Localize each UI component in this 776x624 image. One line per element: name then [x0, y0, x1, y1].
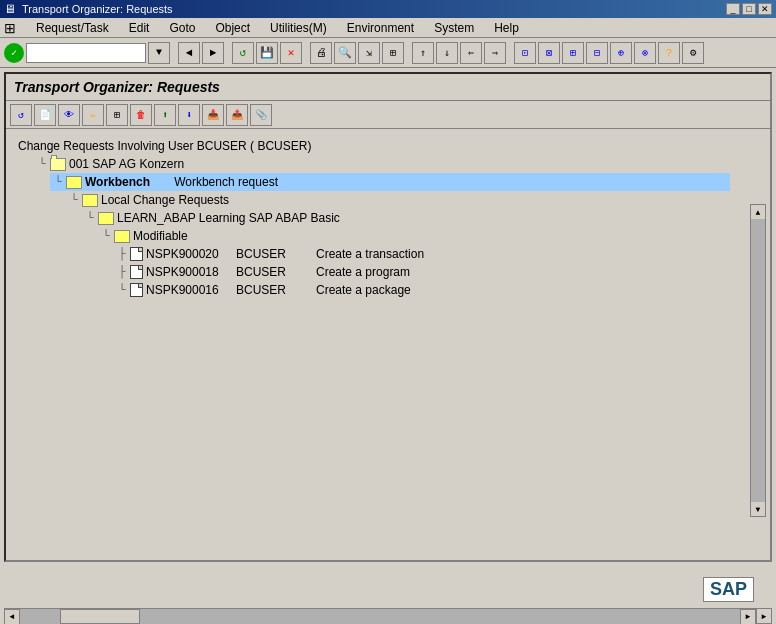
tree-node-workbench-desc: Workbench request — [174, 175, 278, 189]
sap-logo: SAP — [703, 577, 754, 602]
menu-bar: ⊞ Request/Task Edit Goto Object Utilitie… — [0, 18, 776, 38]
folder-open-icon-local — [82, 194, 98, 207]
horizontal-scrollbar: ◄ ► — [4, 608, 756, 624]
tree-node-modifiable[interactable]: └ Modifiable — [98, 227, 758, 245]
main-toolbar: ✓ ▼ ◄ ► ↺ 💾 ✕ 🖨 🔍 ⇲ ⊞ ⇑ ⇓ ⇐ — [0, 38, 776, 68]
command-input[interactable] — [26, 43, 146, 63]
menu-system[interactable]: System — [430, 19, 478, 37]
scroll-down-button[interactable]: ▼ — [751, 502, 765, 516]
sec-btn-attach[interactable]: 📎 — [250, 104, 272, 126]
doc-icon-3 — [130, 283, 143, 297]
page-left-button[interactable]: ⇐ — [460, 42, 482, 64]
menu-object[interactable]: Object — [211, 19, 254, 37]
tree-connector: └ — [34, 157, 50, 171]
find-next-button[interactable]: ⇲ — [358, 42, 380, 64]
page-right-button[interactable]: ⇒ — [484, 42, 506, 64]
page-up-button[interactable]: ⇑ — [412, 42, 434, 64]
next-screen-button[interactable]: ► — [202, 42, 224, 64]
content-panel: Transport Organizer: Requests ↺ 📄 👁 ✏ ⊞ … — [4, 72, 772, 562]
doc-icon-2 — [130, 265, 143, 279]
scroll-up-button[interactable]: ▲ — [751, 205, 765, 219]
tree-node-nspk900020[interactable]: ├ NSPK900020 BCUSER Create a transaction — [114, 245, 758, 263]
sec-btn-delete[interactable]: 🗑 — [130, 104, 152, 126]
scroll-right-button[interactable]: ► — [740, 609, 756, 625]
toolbar-btn-4[interactable]: ⊟ — [586, 42, 608, 64]
menu-utilities[interactable]: Utilities(M) — [266, 19, 331, 37]
refresh-button[interactable]: ↺ — [232, 42, 254, 64]
sec-btn-change[interactable]: ✏ — [82, 104, 104, 126]
tree-node-nspk900020-desc: Create a transaction — [316, 247, 424, 261]
sec-btn-task[interactable]: ⬇ — [178, 104, 200, 126]
tree-node-workbench-label: Workbench — [85, 175, 150, 189]
tree-node-local-label: Local Change Requests — [101, 193, 229, 207]
find-button[interactable]: 🔍 — [334, 42, 356, 64]
help-button[interactable]: ? — [658, 42, 680, 64]
sec-btn-expand[interactable]: ⊞ — [106, 104, 128, 126]
tree-node-001[interactable]: └ 001 SAP AG Konzern — [34, 155, 758, 173]
close-button[interactable]: ✕ — [758, 3, 772, 15]
vertical-scrollbar: ▲ ▼ — [750, 204, 766, 517]
tree-connector: ├ — [114, 265, 130, 279]
scroll-left-button[interactable]: ◄ — [4, 609, 20, 625]
folder-open-icon — [66, 176, 82, 189]
tree-node-nspk900020-user: BCUSER — [236, 247, 316, 261]
folder-open-icon-mod — [114, 230, 130, 243]
cancel-button[interactable]: ✕ — [280, 42, 302, 64]
menu-icon: ⊞ — [4, 20, 16, 36]
menu-goto[interactable]: Goto — [165, 19, 199, 37]
toolbar-btn-5[interactable]: ⊕ — [610, 42, 632, 64]
tree-node-label: 001 SAP AG Konzern — [69, 157, 184, 171]
sec-btn-import[interactable]: 📥 — [202, 104, 224, 126]
tree-root-label: Change Requests Involving User BCUSER ( … — [18, 137, 758, 155]
find-all-button[interactable]: ⊞ — [382, 42, 404, 64]
tree-node-modifiable-label: Modifiable — [133, 229, 188, 243]
h-scroll-thumb[interactable] — [60, 609, 140, 624]
folder-open-icon-learn — [98, 212, 114, 225]
panel-title: Transport Organizer: Requests — [6, 74, 770, 101]
tree-node-local[interactable]: └ Local Change Requests — [66, 191, 758, 209]
maximize-button[interactable]: □ — [742, 3, 756, 15]
window-icon: 🖥 — [4, 2, 16, 16]
save-button[interactable]: 💾 — [256, 42, 278, 64]
tree-node-nspk900018[interactable]: ├ NSPK900018 BCUSER Create a program — [114, 263, 758, 281]
minimize-button[interactable]: _ — [726, 3, 740, 15]
tree-node-workbench[interactable]: └ Workbench Workbench request — [50, 173, 730, 191]
title-bar-controls: _ □ ✕ — [726, 3, 772, 15]
sec-btn-export[interactable]: 📤 — [226, 104, 248, 126]
sec-btn-refresh[interactable]: ↺ — [10, 104, 32, 126]
tree-connector: └ — [82, 211, 98, 225]
customize-button[interactable]: ⚙ — [682, 42, 704, 64]
sec-btn-release[interactable]: ⬆ — [154, 104, 176, 126]
menu-help[interactable]: Help — [490, 19, 523, 37]
sec-btn-display[interactable]: 👁 — [58, 104, 80, 126]
scroll-track — [751, 219, 765, 502]
command-dropdown[interactable]: ▼ — [148, 42, 170, 64]
tree-node-nspk900016[interactable]: └ NSPK900016 BCUSER Create a package — [114, 281, 758, 299]
toolbar-btn-2[interactable]: ⊠ — [538, 42, 560, 64]
menu-request-task[interactable]: Request/Task — [32, 19, 113, 37]
toolbar-btn-6[interactable]: ⊗ — [634, 42, 656, 64]
tree-node-nspk900018-label: NSPK900018 — [146, 265, 236, 279]
tree-node-nspk900016-user: BCUSER — [236, 283, 316, 297]
menu-environment[interactable]: Environment — [343, 19, 418, 37]
page-down-button[interactable]: ⇓ — [436, 42, 458, 64]
tree-connector: └ — [98, 229, 114, 243]
prev-screen-button[interactable]: ◄ — [178, 42, 200, 64]
tree-node-nspk900018-user: BCUSER — [236, 265, 316, 279]
title-bar-text: Transport Organizer: Requests — [22, 3, 173, 15]
tree-connector: ├ — [114, 247, 130, 261]
ok-button[interactable]: ✓ — [4, 43, 24, 63]
corner-scroll-button[interactable]: ► — [756, 608, 772, 624]
menu-edit[interactable]: Edit — [125, 19, 154, 37]
print-button[interactable]: 🖨 — [310, 42, 332, 64]
toolbar-btn-3[interactable]: ⊞ — [562, 42, 584, 64]
doc-icon-1 — [130, 247, 143, 261]
tree-node-learn[interactable]: └ LEARN_ABAP Learning SAP ABAP Basic — [82, 209, 758, 227]
tree-node-nspk900020-label: NSPK900020 — [146, 247, 236, 261]
title-bar: 🖥 Transport Organizer: Requests _ □ ✕ — [0, 0, 776, 18]
tree-node-learn-label: LEARN_ABAP Learning SAP ABAP Basic — [117, 211, 340, 225]
toolbar-btn-1[interactable]: ⊡ — [514, 42, 536, 64]
sec-btn-new[interactable]: 📄 — [34, 104, 56, 126]
tree-node-nspk900016-desc: Create a package — [316, 283, 411, 297]
tree-connector: └ — [114, 283, 130, 297]
